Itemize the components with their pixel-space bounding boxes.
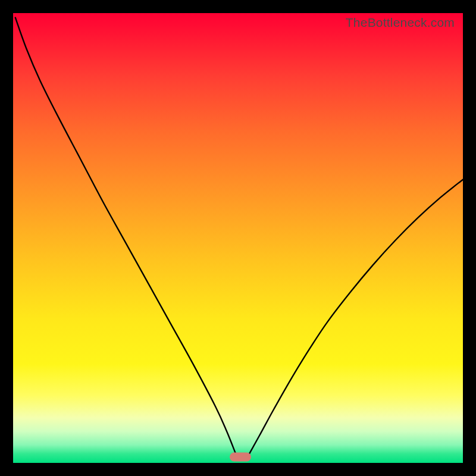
curve-right-path [249, 180, 463, 454]
plot-area: TheBottleneck.com [13, 13, 463, 463]
optimum-marker [230, 453, 251, 462]
chart-frame: TheBottleneck.com [0, 0, 476, 476]
curve-left-path [15, 18, 236, 454]
bottleneck-curve [13, 13, 463, 463]
